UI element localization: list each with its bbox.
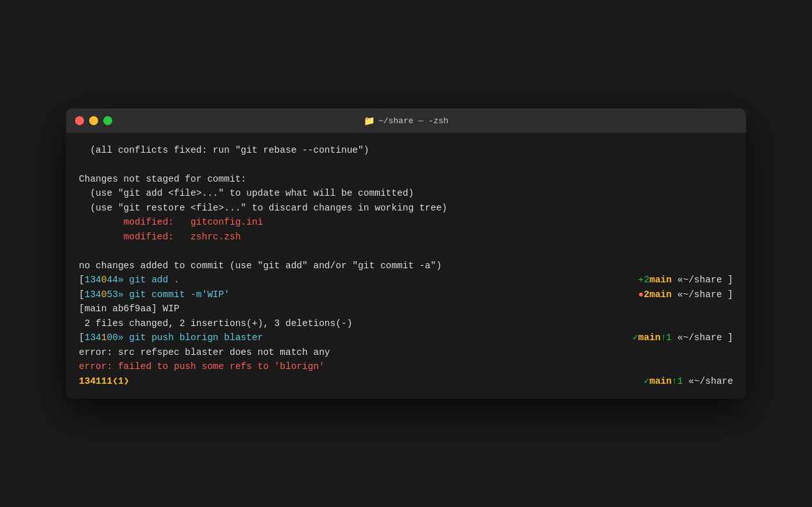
line-error-2: error: failed to push some refs to 'blor… <box>79 359 733 374</box>
num-extra: ❮1❯ <box>112 376 129 386</box>
line-use-restore: (use "git restore <file>..." to discard … <box>79 201 733 215</box>
num-1-1: 134 <box>85 275 101 285</box>
num-2-1: 134 <box>85 289 101 300</box>
push-arrow: ↑1 <box>661 332 672 343</box>
bracket-close-3: ] <box>727 332 733 343</box>
title-bar: 📁 ~/share — -zsh <box>66 108 746 133</box>
status-check: ✓ <box>632 332 638 343</box>
folder-icon: 📁 <box>364 116 375 126</box>
num-1-3: 44 <box>107 275 118 285</box>
prompt-git-push: [134100» git push blorign blaster ✓main↑… <box>79 331 733 345</box>
traffic-lights <box>75 116 112 125</box>
window-title: 📁 ~/share — -zsh <box>364 116 448 126</box>
branch-last: main <box>649 376 672 386</box>
num-3-1: 134 <box>85 332 101 343</box>
bracket-open-3: [ <box>79 332 85 343</box>
line-conflicts: (all conflicts fixed: run "git rebase --… <box>79 143 733 157</box>
num-last: 134111 <box>79 376 112 386</box>
line-error-1: error: src refspec blaster does not matc… <box>79 345 733 359</box>
line-no-changes: no changes added to commit (use "git add… <box>79 259 733 273</box>
num-3-3: 00 <box>107 332 118 343</box>
branch-1: main <box>649 275 672 285</box>
prompt-left-push: [134100» git push blorign blaster <box>79 331 263 345</box>
dir-1: «~/share <box>672 275 727 285</box>
empty-line-2 <box>79 244 733 258</box>
num-3-2: 1 <box>101 332 107 343</box>
push-arrow-last: ↑1 <box>672 376 682 386</box>
line-use-add: (use "git add <file>..." to update what … <box>79 186 733 200</box>
bracket-close-2: ] <box>727 289 733 300</box>
line-commit-result: [main ab6f9aa] WIP <box>79 302 733 316</box>
dir-2: «~/share <box>672 289 727 300</box>
line-changes-header: Changes not staged for commit: <box>79 172 733 186</box>
close-button[interactable] <box>75 116 84 125</box>
num-2-2: 0 <box>101 289 107 300</box>
terminal-window: 📁 ~/share — -zsh (all conflicts fixed: r… <box>66 108 746 399</box>
branch-2: 2main <box>644 289 672 300</box>
arrow-3: » <box>118 332 124 343</box>
status-dot: ● <box>638 289 644 300</box>
bracket-close-1: ] <box>727 275 733 285</box>
terminal-body: (all conflicts fixed: run "git rebase --… <box>66 133 746 399</box>
prompt-right-add: +2main «~/share ] <box>638 273 733 287</box>
line-modified-gitconfig: modified: gitconfig.ini <box>79 215 733 229</box>
empty-line-1 <box>79 157 733 171</box>
cmd-commit: git commit -m'WIP' <box>124 289 230 300</box>
prompt-left-commit: [134053» git commit -m'WIP' <box>79 288 230 302</box>
num-1-2: 0 <box>101 275 107 285</box>
maximize-button[interactable] <box>103 116 112 125</box>
line-modified-zshrc: modified: zshrc.zsh <box>79 230 733 244</box>
prompt-left-last: 134111❮1❯ <box>79 374 129 388</box>
prompt-git-commit: [134053» git commit -m'WIP' ●2main «~/sh… <box>79 288 733 302</box>
prompt-right-commit: ●2main «~/share ] <box>638 288 733 302</box>
status-plus: +2 <box>638 275 649 285</box>
num-2-3: 53 <box>107 289 118 300</box>
line-files-changed: 2 files changed, 2 insertions(+), 3 dele… <box>79 316 733 331</box>
bracket-open-2: [ <box>79 289 85 300</box>
prompt-git-add: [134044» git add . +2main «~/share ] <box>79 273 733 287</box>
branch-3: main <box>638 332 661 343</box>
title-label: ~/share — -zsh <box>378 116 448 126</box>
arrow-1: » <box>118 275 124 285</box>
arrow-2: » <box>118 289 124 300</box>
prompt-last: 134111❮1❯ ✓main↑1 «~/share <box>79 374 733 388</box>
minimize-button[interactable] <box>89 116 98 125</box>
prompt-right-last: ✓main↑1 «~/share <box>644 374 733 388</box>
dir-last: «~/share <box>683 376 733 386</box>
prompt-right-push: ✓main↑1 «~/share ] <box>632 331 733 345</box>
prompt-left-add: [134044» git add . <box>79 273 180 287</box>
cmd-add: git add . <box>124 275 180 285</box>
bracket-open-1: [ <box>79 275 85 285</box>
dir-3: «~/share <box>672 332 727 343</box>
cmd-push: git push blorign blaster <box>124 332 264 343</box>
